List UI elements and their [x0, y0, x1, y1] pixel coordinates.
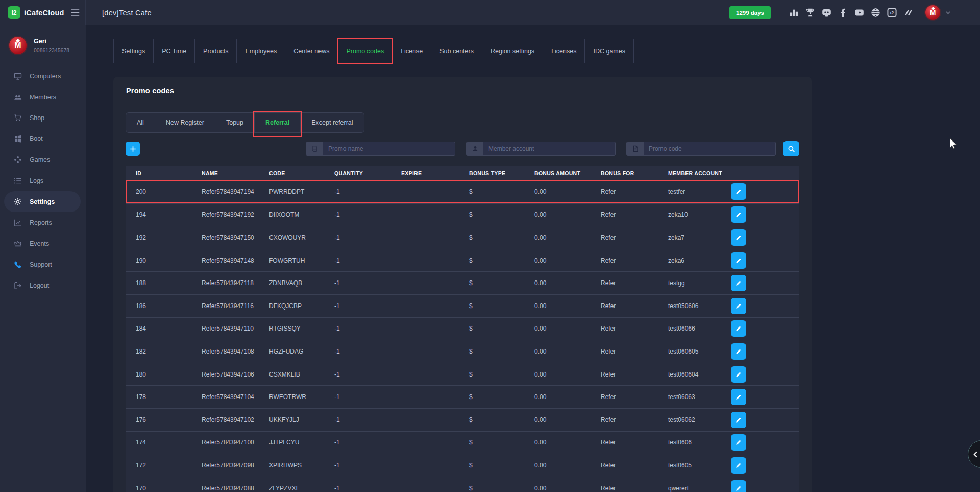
facebook-icon[interactable] — [838, 8, 848, 17]
table-body: 200Refer57843947194PWRRDDPT-1$0.00Refert… — [126, 180, 799, 492]
member-account-input[interactable] — [483, 142, 615, 155]
tab-center-news[interactable]: Center news — [285, 39, 338, 63]
edit-promo-button[interactable] — [731, 229, 746, 246]
table-cell: $ — [469, 279, 534, 287]
table-cell: Refer — [601, 188, 668, 195]
filter-tab-referral[interactable]: Referral — [255, 113, 301, 132]
edit-promo-button[interactable] — [731, 298, 746, 314]
table-cell: 0.00 — [534, 462, 601, 469]
tab-license[interactable]: License — [393, 39, 431, 63]
search-button[interactable] — [783, 141, 799, 156]
person-icon — [467, 142, 483, 155]
column-header-bonus-amount: BONUS AMOUNT — [534, 170, 601, 176]
table-cell: 0.00 — [534, 257, 601, 264]
actions-cell — [731, 275, 799, 291]
topbar-right: 1299 days i2 M — [729, 4, 980, 21]
table-cell: test060604 — [668, 371, 731, 378]
tab-pc-time[interactable]: PC Time — [154, 39, 195, 63]
edit-promo-button[interactable] — [731, 389, 746, 405]
actions-cell — [731, 252, 799, 269]
tab-sub-centers[interactable]: Sub centers — [431, 39, 482, 63]
youtube-icon[interactable] — [854, 8, 864, 17]
sidebar-item-logout[interactable]: Logout — [0, 275, 86, 296]
sidebar-item-shop[interactable]: Shop — [0, 107, 86, 128]
actions-cell — [731, 412, 799, 428]
file-icon — [627, 142, 644, 155]
trophy-icon[interactable] — [805, 8, 815, 17]
sidebar-item-members[interactable]: Members — [0, 86, 86, 107]
table-cell: Refer57843947108 — [202, 348, 269, 355]
sidebar-item-reports[interactable]: Reports — [0, 212, 86, 233]
sidebar-item-logs[interactable]: Logs — [0, 170, 86, 191]
filter-tab-all[interactable]: All — [126, 113, 155, 132]
actions-cell — [731, 480, 799, 492]
sidebar-item-settings[interactable]: Settings — [4, 191, 81, 212]
table-cell: Refer57843947100 — [202, 439, 269, 446]
table-cell: $ — [469, 485, 534, 492]
tab-employees[interactable]: Employees — [237, 39, 285, 63]
filter-tab-topup[interactable]: Topup — [215, 113, 255, 132]
license-days-badge[interactable]: 1299 days — [729, 6, 771, 19]
table-cell: 192 — [136, 234, 202, 241]
pencil-icon — [735, 348, 742, 355]
filter-tab-except-referral[interactable]: Except referral — [301, 113, 363, 132]
edit-promo-button[interactable] — [731, 320, 746, 337]
table-cell: CSXMKLIB — [269, 371, 334, 378]
sidebar-item-events[interactable]: Events — [0, 233, 86, 254]
tab-idc-games[interactable]: IDC games — [585, 39, 634, 63]
table-cell: test06063 — [668, 393, 731, 401]
table-cell: $ — [469, 188, 534, 195]
table-cell: Refer — [601, 211, 668, 218]
tab-region-settings[interactable]: Region settings — [482, 39, 543, 63]
globe-icon[interactable] — [871, 8, 880, 17]
table-cell: Refer57843947088 — [202, 485, 269, 492]
edit-promo-button[interactable] — [731, 434, 746, 451]
sidebar-item-games[interactable]: Games — [0, 149, 86, 170]
chevron-down-icon[interactable] — [945, 9, 951, 16]
table-cell: $ — [469, 439, 534, 446]
topbar-icons: i2 — [789, 8, 913, 17]
column-header-name: NAME — [202, 170, 269, 176]
table-cell: HGZFUDAG — [269, 348, 334, 355]
promo-name-input[interactable] — [323, 142, 455, 155]
edit-promo-button[interactable] — [731, 366, 746, 383]
filter-tab-new-register[interactable]: New Register — [155, 113, 215, 132]
tab-settings[interactable]: Settings — [113, 39, 154, 63]
add-promo-button[interactable] — [126, 142, 140, 156]
table-cell: Refer57843947194 — [202, 188, 269, 195]
table-cell: 0.00 — [534, 439, 601, 446]
tab-promo-codes[interactable]: Promo codes — [338, 39, 393, 63]
profile-avatar[interactable]: M — [8, 36, 28, 55]
table-cell: -1 — [334, 371, 401, 378]
table-cell: 172 — [136, 462, 202, 469]
edit-promo-button[interactable] — [731, 457, 746, 474]
layers-icon[interactable] — [903, 8, 913, 17]
edit-promo-button[interactable] — [731, 480, 746, 492]
table-cell: 0.00 — [534, 393, 601, 401]
hamburger-menu-icon[interactable] — [70, 8, 80, 17]
tab-licenses[interactable]: Licenses — [543, 39, 585, 63]
promo-filter-tabs: AllNew RegisterTopupReferralExcept refer… — [126, 112, 364, 133]
actions-cell — [731, 298, 799, 314]
user-avatar[interactable]: M — [924, 4, 941, 21]
edit-promo-button[interactable] — [731, 412, 746, 428]
collapse-panel-button[interactable] — [968, 440, 980, 468]
table-header-row: IDNAMECODEQUANTITYEXPIREBONUS TYPEBONUS … — [126, 166, 799, 180]
table-cell: 0.00 — [534, 211, 601, 218]
discord-icon[interactable] — [822, 8, 831, 17]
sidebar-item-boot[interactable]: Boot — [0, 128, 86, 149]
edit-promo-button[interactable] — [731, 275, 746, 291]
edit-promo-button[interactable] — [731, 252, 746, 269]
sidebar-item-support[interactable]: Support — [0, 254, 86, 275]
icafe-icon[interactable]: i2 — [887, 8, 897, 17]
table-cell: 0.00 — [534, 416, 601, 424]
edit-promo-button[interactable] — [731, 343, 746, 360]
table-row: 182Refer57843947108HGZFUDAG-1$0.00Refert… — [126, 340, 799, 363]
tab-products[interactable]: Products — [195, 39, 237, 63]
table-cell: 0.00 — [534, 234, 601, 241]
edit-promo-button[interactable] — [731, 206, 746, 223]
sidebar-item-computers[interactable]: Computers — [0, 65, 86, 86]
podium-icon[interactable] — [789, 8, 799, 17]
promo-code-input[interactable] — [644, 142, 775, 155]
edit-promo-button[interactable] — [731, 183, 746, 200]
